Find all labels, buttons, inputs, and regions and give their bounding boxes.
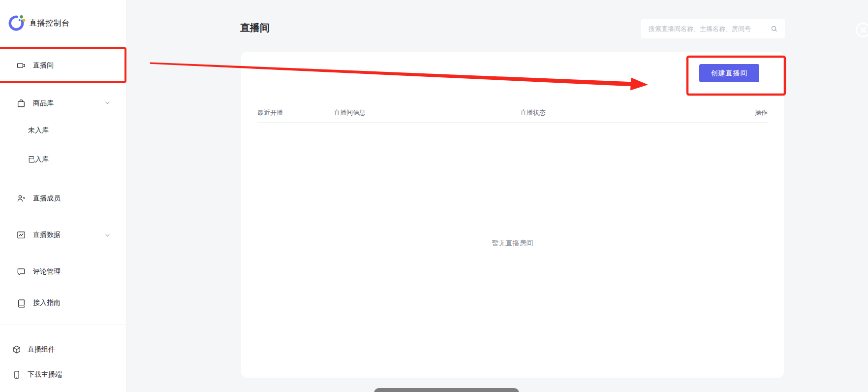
sidebar-item-comment-management[interactable]: 评论管理 [16,266,61,278]
search-input[interactable] [648,25,771,33]
sidebar-item-live-data[interactable]: 直播数据 [16,229,61,241]
create-live-room-button[interactable]: 创建直播间 [699,64,759,82]
shopping-bag-icon [16,98,26,108]
column-header-actions: 操作 [755,108,768,117]
close-x-icon [860,27,867,33]
live-room-camera-icon [16,61,26,70]
data-chart-icon [16,230,26,240]
sidebar-subitem-not-in-library[interactable]: 未入库 [28,125,49,136]
table-header-row: 最近开播 直播间信息 直播状态 操作 [257,104,768,123]
sidebar-subitem-label: 未入库 [28,126,49,135]
sidebar-item-label: 直播数据 [33,230,61,239]
sidebar-item-download-host-app[interactable]: 下载主播端 [12,369,62,381]
chevron-down-icon[interactable] [104,99,111,106]
sidebar-item-integration-guide[interactable]: 接入指南 [16,297,61,309]
logo-row: 直播控制台 [7,14,70,33]
sidebar: 直播控制台 直播间 商品库 未入库 已入库 [0,0,126,392]
sidebar-item-label: 商品库 [33,99,54,108]
sidebar-item-label: 接入指南 [33,298,61,307]
sidebar-subitem-in-library[interactable]: 已入库 [28,154,49,165]
sidebar-item-product-library[interactable]: 商品库 [16,98,54,109]
member-person-icon [16,194,26,203]
empty-state-text: 暂无直播房间 [241,239,784,248]
column-header-live-status: 直播状态 [520,108,546,117]
sidebar-item-live-members[interactable]: 直播成员 [16,193,61,204]
phone-icon [12,370,22,380]
close-button[interactable] [856,23,868,37]
sidebar-item-label: 直播间 [33,61,54,70]
sidebar-divider [0,325,126,325]
comment-bubble-icon [16,267,26,277]
sidebar-item-label: 评论管理 [33,267,61,276]
app-title: 直播控制台 [29,18,70,29]
guide-book-icon [16,298,26,308]
search-box [641,19,785,38]
cube-icon [12,345,22,355]
column-header-recent-start: 最近开播 [257,108,283,117]
bottom-toast [374,388,519,392]
column-header-room-info: 直播间信息 [334,108,366,117]
sidebar-item-label: 直播组件 [28,345,55,354]
sidebar-item-label: 下载主播端 [28,370,62,379]
sidebar-item-live-components[interactable]: 直播组件 [12,344,55,356]
search-icon[interactable] [771,25,778,33]
sidebar-subitem-label: 已入库 [28,155,49,164]
chevron-down-icon[interactable] [104,232,111,238]
sidebar-item-label: 直播成员 [33,194,61,203]
page-title: 直播间 [240,21,270,34]
live-room-card: 创建直播间 最近开播 直播间信息 直播状态 操作 暂无直播房间 [241,52,784,378]
sidebar-item-live-room[interactable]: 直播间 [16,60,54,71]
app-logo-icon [7,14,26,33]
live-console-app: 直播控制台 直播间 商品库 未入库 已入库 [0,0,868,392]
